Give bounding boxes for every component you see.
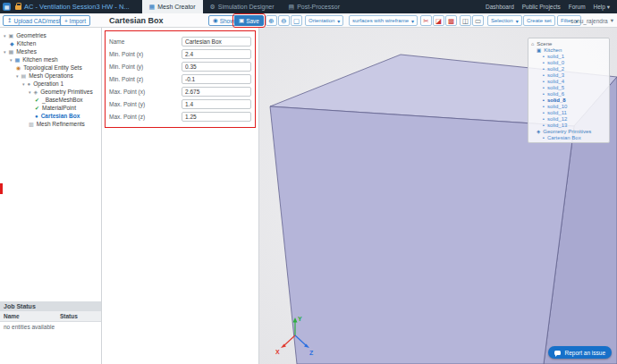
scene-item-solid[interactable]: ▪solid_12 — [528, 115, 609, 122]
half-shade-icon: ◪ — [435, 17, 442, 25]
scene-label: solid_13 — [547, 123, 567, 128]
tree-item-topological-entity-sets[interactable]: ◉ Topological Entity Sets — [0, 63, 101, 72]
tree-item-meshes[interactable]: ▾ ▦ Meshes — [0, 47, 101, 55]
chat-bubble-icon — [554, 351, 561, 355]
solid-icon: ▪ — [543, 79, 545, 84]
expand-caret-icon[interactable]: ▾ — [10, 57, 13, 63]
refinements-icon: ▥ — [29, 121, 34, 127]
tab-mesh-creator[interactable]: ▦ Mesh Creator — [142, 0, 203, 13]
report-issue-button[interactable]: Report an issue — [548, 346, 612, 359]
max-point-z-field[interactable] — [182, 112, 251, 122]
lock-icon — [15, 5, 21, 10]
tree-item-mesh-operations[interactable]: ▾ ▤ Mesh Operations — [0, 72, 101, 80]
scene-tree-overlay: ⌂ Scene ▣ Kitchen ▪solid_1 ▪solid_0 ▪sol… — [528, 38, 610, 143]
primitives-icon: ◈ — [537, 129, 540, 134]
zoom-out-button[interactable]: ⊖ — [278, 15, 290, 26]
scene-item-solid[interactable]: ▪solid_13 — [528, 122, 609, 128]
expand-caret-icon[interactable]: ▾ — [16, 73, 19, 79]
scene-item-solid[interactable]: ▪solid_3 — [528, 72, 609, 78]
workbench-tabs: ▦ Mesh Creator ⚙ Simulation Designer ▤ P… — [142, 0, 347, 13]
scene-label: solid_6 — [547, 91, 564, 97]
min-point-y-field[interactable] — [182, 62, 251, 72]
orientation-dropdown[interactable]: Orientation ▾ — [305, 15, 343, 26]
scene-label: solid_11 — [547, 110, 567, 115]
form-row: Min. Point (x) — [109, 47, 251, 60]
tab-simulation-designer[interactable]: ⚙ Simulation Designer — [203, 0, 282, 13]
selection-dropdown[interactable]: Selection ▾ — [487, 15, 522, 26]
measure-button[interactable]: ▭ — [472, 15, 484, 26]
cartesian-box-form: Name Min. Point (x) Min. Point (y) Min. … — [102, 28, 259, 364]
solid-icon: ▪ — [543, 85, 545, 90]
render-mode-dropdown[interactable]: surfaces with wireframe ▾ — [349, 15, 418, 26]
scene-item-solid-selected[interactable]: ▪solid_8 — [528, 97, 609, 103]
import-button[interactable]: + Import — [60, 15, 90, 26]
link-public-projects[interactable]: Public Projects — [522, 4, 561, 10]
solid-icon: ▪ — [543, 123, 545, 128]
scene-root[interactable]: ⌂ Scene — [528, 40, 609, 47]
axis-x-label: X — [275, 349, 280, 355]
app-grid-icon[interactable]: ▦ — [3, 3, 11, 11]
zoom-in-button[interactable]: ⊕ — [266, 15, 277, 26]
cutting-plane-button[interactable]: ▩ — [445, 15, 457, 26]
name-field[interactable] — [182, 37, 251, 47]
primitives-icon: ◈ — [34, 89, 38, 95]
user-menu[interactable]: sonu_rajendra ▾ — [571, 17, 613, 24]
max-point-x-field[interactable] — [182, 87, 251, 97]
split-view-button[interactable]: ◫ — [460, 15, 471, 26]
min-point-z-field[interactable] — [182, 74, 251, 84]
hide-selection-button[interactable]: ✂ — [420, 15, 432, 26]
tree-item-geometries[interactable]: ▾ ▣ Geometries — [0, 31, 101, 39]
expand-caret-icon[interactable]: ▾ — [29, 89, 31, 95]
tree-item-kitchen[interactable]: ◆ Kitchen — [0, 39, 101, 47]
solid-icon: ▪ — [543, 97, 545, 103]
link-dashboard[interactable]: Dashboard — [486, 4, 514, 10]
zoom-fit-button[interactable]: ▢ — [291, 15, 302, 26]
tree-label: Topological Entity Sets — [23, 64, 81, 71]
scene-item-geometry-primitives[interactable]: ◈ Geometry Primitives — [528, 128, 609, 134]
tree-item-geometry-primitives[interactable]: ▾ ◈ Geometry Primitives — [0, 88, 101, 96]
tree-label: Operation 1 — [33, 80, 63, 87]
expand-caret-icon[interactable]: ▾ — [4, 33, 6, 38]
max-point-y-field[interactable] — [182, 99, 251, 109]
scene-item-solid[interactable]: ▪solid_6 — [528, 90, 609, 97]
solid-icon: ▪ — [543, 91, 545, 97]
viewport-3d[interactable]: ⌂ Scene ▣ Kitchen ▪solid_1 ▪solid_0 ▪sol… — [259, 28, 617, 364]
upload-label: Upload CAD/mesh — [13, 18, 62, 24]
tree-label: _BaseMeshBox — [42, 97, 83, 103]
scene-label: solid_1 — [547, 54, 564, 59]
scene-item-solid[interactable]: ▪solid_4 — [528, 78, 609, 84]
axis-gizmo[interactable]: X Y Z — [275, 312, 317, 359]
tree-item-operation-1[interactable]: ▾ ● Operation 1 — [0, 80, 101, 88]
check-icon: ✔ — [35, 105, 39, 111]
tree-item-cartesian-box[interactable]: ● Cartesian Box — [0, 112, 101, 120]
scene-item-solid[interactable]: ▪solid_10 — [528, 103, 609, 109]
scene-item-solid[interactable]: ▪solid_11 — [528, 109, 609, 115]
create-set-button[interactable]: Create set — [523, 15, 555, 26]
import-label: + Import — [64, 18, 86, 24]
save-button[interactable]: ▣ Save — [234, 15, 264, 26]
scene-item-kitchen[interactable]: ▣ Kitchen — [528, 47, 609, 53]
min-point-x-field[interactable] — [182, 49, 251, 59]
expand-caret-icon[interactable]: ▾ — [22, 81, 25, 87]
scene-item-cartesian-box[interactable]: ▪ Cartesian Box — [528, 134, 609, 140]
link-help[interactable]: Help ▾ — [594, 4, 610, 11]
geometry-icon: ▣ — [9, 32, 14, 38]
scene-item-solid[interactable]: ▪solid_5 — [528, 84, 609, 90]
split-icon: ◫ — [462, 17, 469, 25]
tree-label: Mesh Operations — [29, 72, 73, 79]
scene-item-solid[interactable]: ▪solid_1 — [528, 53, 609, 59]
solid-icon: ◆ — [10, 40, 14, 47]
project-title[interactable]: AC - Ventilation Session3 HW - N... — [24, 3, 130, 11]
isolate-selection-button[interactable]: ◪ — [433, 15, 444, 26]
expand-caret-icon[interactable]: ▾ — [4, 49, 6, 55]
link-forum[interactable]: Forum — [569, 4, 586, 10]
upload-cad-button[interactable]: ↥ Upload CAD/mesh — [3, 15, 66, 26]
scene-item-solid[interactable]: ▪solid_2 — [528, 65, 609, 72]
scene-item-solid[interactable]: ▪solid_0 — [528, 59, 609, 65]
tree-item-basemeshbox[interactable]: ✔ _BaseMeshBox — [0, 96, 101, 104]
tree-item-materialpoint[interactable]: ✔ MaterialPoint — [0, 104, 101, 112]
tree-item-mesh-refinements[interactable]: ▥ Mesh Refinements — [0, 120, 101, 128]
tab-post-processor[interactable]: ▤ Post-Processor — [282, 0, 347, 13]
tree-item-kitchen-mesh[interactable]: ▾ ▦ Kitchen mesh — [0, 55, 101, 63]
job-status-panel: Job Status Name Status no entities avail… — [0, 301, 101, 332]
